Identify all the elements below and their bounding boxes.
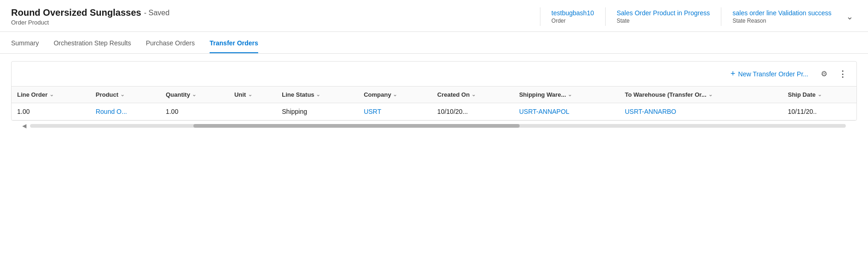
table-cell: 1.00 (160, 103, 229, 120)
header-meta: testbugbash10 Order Sales Order Product … (540, 7, 857, 26)
page-subtitle: Order Product (11, 19, 540, 26)
created-on-sort-icon: ⌄ (471, 92, 476, 98)
meta-state[interactable]: Sales Order Product in Progress State (605, 7, 721, 26)
meta-state-label: State (617, 18, 710, 24)
table-cell (229, 103, 276, 120)
table-cell[interactable]: USRT-ANNARBO (619, 103, 782, 120)
meta-state-reason-value[interactable]: sales order line Validation success (732, 9, 831, 17)
col-shipping-ware[interactable]: Shipping Ware... ⌄ (514, 87, 620, 103)
meta-state-value[interactable]: Sales Order Product in Progress (617, 9, 710, 17)
header-chevron-down-icon[interactable]: ⌄ (843, 7, 857, 26)
table-cell[interactable]: USRT (358, 103, 432, 120)
transfer-orders-table-container: + New Transfer Order Pr... ⚙ ⋮ Line Orde… (11, 61, 857, 121)
main-content: + New Transfer Order Pr... ⚙ ⋮ Line Orde… (0, 54, 868, 138)
tab-transfer-orders[interactable]: Transfer Orders (210, 34, 258, 53)
table-row[interactable]: 1.00Round O...1.00ShippingUSRT10/10/20..… (12, 103, 856, 120)
company-sort-icon: ⌄ (393, 92, 397, 98)
col-quantity[interactable]: Quantity ⌄ (160, 87, 229, 103)
col-line-order[interactable]: Line Order ⌄ (12, 87, 90, 103)
meta-state-reason[interactable]: sales order line Validation success Stat… (721, 7, 843, 26)
col-company[interactable]: Company ⌄ (358, 87, 432, 103)
header-left: Round Oversized Sunglasses - Saved Order… (11, 7, 540, 26)
table-cell: 10/11/20.. (782, 103, 856, 120)
transfer-orders-table: Line Order ⌄ Product ⌄ Quantity ⌄ (12, 87, 856, 120)
plus-icon: + (731, 69, 736, 79)
col-to-warehouse[interactable]: To Warehouse (Transfer Or... ⌄ (619, 87, 782, 103)
table-cell[interactable]: Round O... (90, 103, 160, 120)
nav-tabs: Summary Orchestration Step Results Purch… (0, 34, 868, 54)
more-options-icon[interactable]: ⋮ (836, 68, 849, 81)
unit-sort-icon: ⌄ (248, 92, 252, 98)
horizontal-scrollbar[interactable]: ◀ (11, 121, 857, 131)
table-cell: 10/10/20... (432, 103, 514, 120)
meta-order[interactable]: testbugbash10 Order (540, 7, 605, 26)
tab-orchestration-step-results[interactable]: Orchestration Step Results (54, 34, 131, 53)
shipping-ware-sort-icon: ⌄ (568, 92, 572, 98)
ship-date-sort-icon: ⌄ (818, 92, 822, 98)
page-title-area: Round Oversized Sunglasses - Saved (11, 7, 540, 18)
col-created-on[interactable]: Created On ⌄ (432, 87, 514, 103)
meta-order-value[interactable]: testbugbash10 (552, 9, 594, 17)
table-cell[interactable]: USRT-ANNAPOL (514, 103, 620, 120)
table-toolbar: + New Transfer Order Pr... ⚙ ⋮ (12, 62, 856, 87)
new-transfer-order-label: New Transfer Order Pr... (738, 70, 808, 78)
product-sort-icon: ⌄ (120, 92, 124, 98)
meta-state-reason-label: State Reason (732, 18, 831, 24)
saved-indicator: - Saved (144, 9, 169, 17)
line-order-sort-icon: ⌄ (50, 92, 54, 98)
new-transfer-order-button[interactable]: + New Transfer Order Pr... (727, 66, 812, 81)
meta-order-label: Order (552, 18, 594, 24)
to-warehouse-sort-icon: ⌄ (708, 92, 713, 98)
col-product[interactable]: Product ⌄ (90, 87, 160, 103)
tab-summary[interactable]: Summary (11, 34, 39, 53)
scroll-track[interactable] (30, 124, 846, 128)
product-title: Round Oversized Sunglasses (11, 7, 141, 18)
quantity-sort-icon: ⌄ (192, 92, 196, 98)
page-header: Round Oversized Sunglasses - Saved Order… (0, 0, 868, 32)
line-status-sort-icon: ⌄ (316, 92, 320, 98)
scroll-left-icon[interactable]: ◀ (22, 123, 26, 129)
col-unit[interactable]: Unit ⌄ (229, 87, 276, 103)
tab-purchase-orders[interactable]: Purchase Orders (146, 34, 195, 53)
gear-icon[interactable]: ⚙ (818, 68, 831, 81)
table-header-row: Line Order ⌄ Product ⌄ Quantity ⌄ (12, 87, 856, 103)
table-cell: 1.00 (12, 103, 90, 120)
col-ship-date[interactable]: Ship Date ⌄ (782, 87, 856, 103)
scroll-thumb[interactable] (193, 124, 520, 128)
table-cell: Shipping (276, 103, 358, 120)
col-line-status[interactable]: Line Status ⌄ (276, 87, 358, 103)
